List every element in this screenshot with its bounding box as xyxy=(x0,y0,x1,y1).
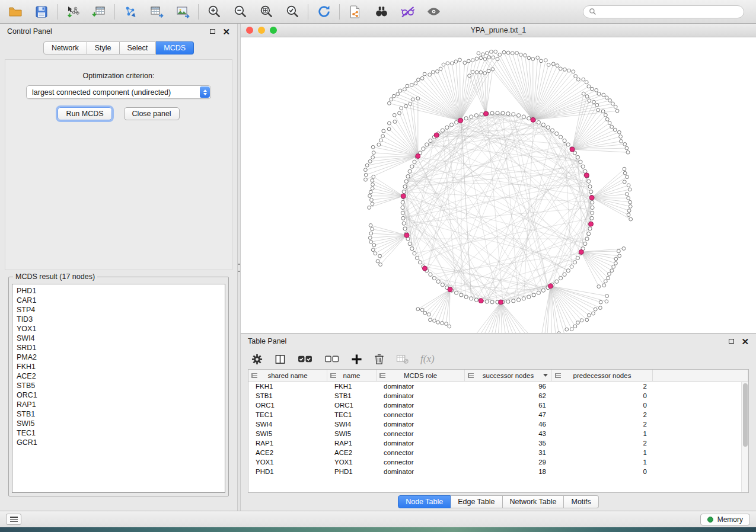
add-column-plus-icon[interactable] xyxy=(351,352,362,366)
zoom-fit-icon[interactable] xyxy=(258,4,275,20)
delete-column-trash-icon[interactable] xyxy=(374,352,384,366)
search-box[interactable] xyxy=(583,5,744,18)
result-item[interactable]: GCR1 xyxy=(12,438,225,447)
column-label: successor nodes xyxy=(483,372,534,379)
splitter-handle-icon[interactable] xyxy=(238,264,240,272)
optimization-criterion-dropdown[interactable]: largest connected component (undirected) xyxy=(26,85,211,99)
refresh-view-icon[interactable] xyxy=(315,4,332,20)
table-row[interactable]: TEC1TEC1connector472 xyxy=(248,410,748,419)
column-header-name[interactable]: name xyxy=(327,370,377,381)
result-item[interactable]: SWI5 xyxy=(12,419,225,428)
table-row[interactable]: ACE2ACE2connector311 xyxy=(248,448,748,457)
result-item[interactable]: TID3 xyxy=(12,315,225,324)
float-panel-icon[interactable] xyxy=(729,339,734,344)
export-network-icon[interactable] xyxy=(122,4,139,20)
close-window-icon[interactable] xyxy=(246,27,253,34)
tab-motifs[interactable]: Motifs xyxy=(564,495,598,508)
export-document-icon[interactable] xyxy=(347,4,363,20)
column-menu-icon[interactable] xyxy=(379,373,385,378)
show-hide-eye-icon[interactable] xyxy=(425,4,442,20)
table-row[interactable]: STB1STB1dominator620 xyxy=(248,391,748,400)
result-item[interactable]: PHD1 xyxy=(12,286,225,296)
panel-menu-button[interactable] xyxy=(6,514,21,525)
cell: TEC1 xyxy=(248,410,327,419)
mcds-result-list[interactable]: PHD1CAR1STP4TID3YOX1SWI4SRD1PMA2FKH1ACE2… xyxy=(12,284,225,493)
result-item[interactable]: TEC1 xyxy=(12,428,225,438)
table-row[interactable]: SWI4SWI4dominator462 xyxy=(248,419,748,429)
deselect-all-icon[interactable] xyxy=(324,352,339,366)
close-panel-button[interactable]: Close panel xyxy=(124,107,180,120)
float-panel-icon[interactable] xyxy=(210,29,215,34)
mcds-result-box: MCDS result (17 nodes) PHD1CAR1STP4TID3Y… xyxy=(8,273,229,496)
result-item[interactable]: RAP1 xyxy=(12,400,225,409)
column-header-shared-name[interactable]: shared name xyxy=(248,370,327,381)
result-item[interactable]: STP4 xyxy=(12,305,225,315)
select-all-icon[interactable] xyxy=(298,352,312,366)
close-panel-icon[interactable]: ✕ xyxy=(741,337,749,346)
result-item[interactable]: STB5 xyxy=(12,381,225,390)
result-item[interactable]: SWI4 xyxy=(12,334,225,343)
result-item[interactable]: ORC1 xyxy=(12,390,225,400)
column-header-MCDS-role[interactable]: MCDS role xyxy=(377,370,465,381)
column-menu-icon[interactable] xyxy=(251,373,257,378)
scrollbar-thumb[interactable] xyxy=(743,383,748,447)
search-binoculars-icon[interactable] xyxy=(373,4,390,20)
zoom-in-icon[interactable] xyxy=(206,4,222,20)
result-item[interactable]: SRD1 xyxy=(12,343,225,352)
network-canvas[interactable] xyxy=(241,37,756,333)
export-image-icon[interactable] xyxy=(174,4,191,20)
column-menu-icon[interactable] xyxy=(555,373,561,378)
result-item[interactable]: FKH1 xyxy=(12,362,225,371)
table-settings-gear-icon[interactable] xyxy=(251,352,263,366)
tab-network[interactable]: Network xyxy=(43,41,87,55)
show-columns-icon[interactable] xyxy=(275,352,286,366)
cell: 2 xyxy=(552,382,653,391)
open-file-icon[interactable] xyxy=(7,4,24,20)
network-graph[interactable] xyxy=(241,37,756,333)
zoom-window-icon[interactable] xyxy=(270,27,277,34)
tab-select[interactable]: Select xyxy=(120,41,157,55)
table-row[interactable]: YOX1YOX1connector291 xyxy=(248,457,748,467)
export-table-icon[interactable] xyxy=(148,4,165,20)
zoom-out-icon[interactable] xyxy=(232,4,248,20)
zoom-selected-icon[interactable] xyxy=(284,4,301,20)
sort-chevron-icon[interactable] xyxy=(543,374,548,377)
table-row[interactable]: PHD1PHD1dominator180 xyxy=(248,467,748,476)
column-menu-icon[interactable] xyxy=(330,373,336,378)
result-item[interactable]: PMA2 xyxy=(12,352,225,362)
table-scrollbar[interactable] xyxy=(741,382,748,492)
column-header-successor-nodes[interactable]: successor nodes xyxy=(465,370,552,381)
save-session-icon[interactable] xyxy=(33,4,50,20)
tab-network-table[interactable]: Network Table xyxy=(503,495,564,508)
result-item[interactable]: CAR1 xyxy=(12,296,225,305)
cell: ORC1 xyxy=(327,400,377,410)
tab-mcds[interactable]: MCDS xyxy=(156,41,194,55)
table-row[interactable]: FKH1FKH1dominator962 xyxy=(248,382,748,391)
column-header-predecessor-nodes[interactable]: predecessor nodes xyxy=(552,370,653,381)
result-item[interactable]: ACE2 xyxy=(12,371,225,381)
toggle-graphics-details-icon[interactable] xyxy=(399,4,416,20)
tab-edge-table[interactable]: Edge Table xyxy=(451,495,502,508)
result-item[interactable]: STB1 xyxy=(12,409,225,419)
dropdown-value: largest connected component (undirected) xyxy=(32,88,171,97)
result-item[interactable]: YOX1 xyxy=(12,324,225,334)
close-panel-icon[interactable]: ✕ xyxy=(222,27,230,36)
memory-button[interactable]: Memory xyxy=(700,514,750,525)
table-row[interactable]: SWI5SWI5connector431 xyxy=(248,429,748,438)
row-filler xyxy=(653,429,748,438)
table-row[interactable]: RAP1RAP1dominator352 xyxy=(248,438,748,448)
column-menu-icon[interactable] xyxy=(468,373,474,378)
tab-style[interactable]: Style xyxy=(87,41,120,55)
cell: 62 xyxy=(465,391,552,400)
row-filler xyxy=(653,419,748,429)
table-row[interactable]: ORC1ORC1dominator610 xyxy=(248,400,748,410)
import-network-icon[interactable] xyxy=(65,4,81,20)
tab-node-table[interactable]: Node Table xyxy=(398,495,451,508)
table-tabs: Node TableEdge TableNetwork TableMotifs xyxy=(241,493,756,511)
import-table-icon[interactable] xyxy=(91,4,107,20)
search-input[interactable] xyxy=(600,8,738,16)
run-mcds-button[interactable]: Run MCDS xyxy=(58,107,111,120)
row-filler xyxy=(653,467,748,476)
minimize-window-icon[interactable] xyxy=(258,27,265,34)
cell: STB1 xyxy=(248,391,327,400)
